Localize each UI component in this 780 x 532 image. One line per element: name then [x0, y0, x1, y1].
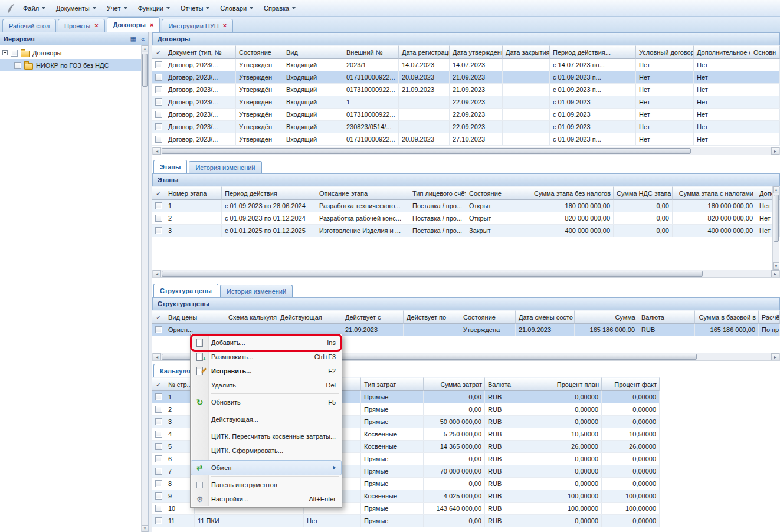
column-header[interactable]: Условный договор: [636, 45, 694, 59]
row-checkbox[interactable]: [155, 480, 162, 487]
column-header[interactable]: Расчёт: [759, 310, 780, 324]
tab-3[interactable]: Договоры×: [107, 17, 160, 32]
row-checkbox[interactable]: [155, 61, 162, 68]
row-checkbox[interactable]: [155, 86, 162, 93]
scroll-left-icon[interactable]: ◄: [153, 147, 161, 155]
column-header[interactable]: Валюта: [638, 310, 695, 324]
column-header[interactable]: Состояние: [460, 310, 516, 324]
row-checkbox[interactable]: [155, 431, 162, 438]
table-row[interactable]: Договор, 2023/...УтверждёнВходящий017310…: [152, 133, 780, 146]
column-header[interactable]: Дополнительное с: [694, 45, 750, 59]
row-checkbox[interactable]: [155, 111, 162, 118]
stages-tab-1[interactable]: Этапы: [153, 160, 187, 173]
row-checkbox[interactable]: [155, 215, 162, 222]
column-header[interactable]: Валюта: [485, 377, 540, 391]
column-header[interactable]: Вид: [283, 45, 343, 59]
table-row[interactable]: 2с 01.09.2023 по 01.12.2024Разработка ра…: [152, 212, 780, 225]
checkbox-column-header[interactable]: ✓: [152, 377, 165, 391]
tab-close-icon[interactable]: ×: [150, 22, 153, 28]
scroll-right-icon[interactable]: ►: [771, 147, 779, 155]
tab-1[interactable]: Рабочий стол: [2, 19, 56, 32]
column-header[interactable]: Основн: [750, 45, 780, 59]
column-header[interactable]: Дата утверждения: [450, 45, 503, 59]
context-menu-item-1[interactable]: Добавить...Ins: [191, 336, 341, 350]
row-checkbox[interactable]: [155, 123, 162, 130]
column-header[interactable]: Процент план: [540, 377, 602, 391]
table-row[interactable]: Договор, 2023/...УтверждёнВходящий017310…: [152, 109, 780, 121]
row-checkbox[interactable]: [155, 443, 162, 450]
menubar-item-2[interactable]: Документы: [51, 0, 101, 16]
scroll-down-icon[interactable]: ▼: [142, 525, 148, 532]
scroll-thumb[interactable]: [162, 271, 703, 277]
column-header[interactable]: Сумма в базовой в: [695, 310, 759, 324]
column-header[interactable]: Действует с: [342, 310, 404, 324]
column-header[interactable]: Период действия...: [550, 45, 636, 59]
contracts-hscrollbar[interactable]: ◄ ►: [152, 147, 780, 155]
tab-4[interactable]: Инструкции ПУП×: [162, 19, 233, 32]
stages-tab-2[interactable]: История изменений: [189, 161, 261, 173]
column-header[interactable]: Сумма НДС этапа: [614, 186, 673, 200]
row-checkbox[interactable]: [155, 98, 162, 106]
table-row[interactable]: Договор, 2023/...УтверждёнВходящий017310…: [152, 84, 780, 96]
menubar-item-3[interactable]: Учёт: [101, 0, 133, 16]
menubar-item-1[interactable]: Файл: [18, 0, 51, 16]
context-menu-item-13[interactable]: ⇄Обмен: [191, 461, 341, 475]
row-checkbox[interactable]: [155, 202, 162, 209]
table-row[interactable]: 1111 ПКИНетПрямые0,00RUB0,000000,00000: [152, 515, 660, 527]
context-menu-item-4[interactable]: УдалитьDel: [191, 378, 341, 392]
stages-vscrollbar[interactable]: ▲ ▼: [772, 186, 779, 270]
tab-close-icon[interactable]: ×: [94, 22, 98, 29]
price-tab-1[interactable]: Структура цены: [153, 284, 218, 297]
column-header[interactable]: Документ (тип, №: [165, 45, 236, 59]
price-tab-2[interactable]: История изменений: [220, 285, 293, 297]
row-checkbox[interactable]: [155, 136, 162, 143]
context-menu-item-6[interactable]: ↻ОбновитьF5: [191, 395, 341, 409]
row-checkbox[interactable]: [155, 455, 162, 462]
tab-close-icon[interactable]: ×: [223, 22, 227, 29]
stages-hscrollbar[interactable]: ◄ ►: [152, 270, 780, 278]
collapse-panel-icon[interactable]: «: [141, 35, 145, 42]
context-menu-item-15[interactable]: Панель инструментов: [191, 478, 341, 492]
scroll-right-icon[interactable]: ►: [771, 270, 779, 277]
table-row[interactable]: Договор, 2023/...УтверждёнВходящий017310…: [152, 71, 780, 84]
column-header[interactable]: Тип лицевого счёт: [409, 186, 466, 200]
menubar-item-4[interactable]: Функции: [133, 0, 175, 16]
scroll-thumb[interactable]: [142, 54, 148, 87]
tab-2[interactable]: Проекты×: [58, 19, 105, 32]
grid-view-icon[interactable]: ▦: [130, 35, 136, 42]
column-header[interactable]: Дата смены состо: [516, 310, 575, 324]
context-menu-item-16[interactable]: ⚙Настройки...Alt+Enter: [191, 492, 341, 506]
checkbox-column-header[interactable]: ✓: [152, 186, 165, 200]
menubar-item-7[interactable]: Справка: [258, 0, 301, 16]
column-header[interactable]: Схема калькуляци: [225, 310, 277, 324]
scroll-right-icon[interactable]: ►: [771, 353, 779, 360]
column-header[interactable]: Дата закрытия: [503, 45, 550, 59]
menubar-item-5[interactable]: Отчёты: [175, 0, 215, 16]
checkbox-column-header[interactable]: ✓: [152, 310, 165, 324]
column-header[interactable]: Сумма этапа без налогов: [525, 186, 614, 200]
table-row[interactable]: Договор, 2023/...УтверждёнВходящий230823…: [152, 121, 780, 133]
column-header[interactable]: Дата регистрации: [399, 45, 450, 59]
menubar-item-6[interactable]: Словари: [215, 0, 258, 16]
column-header[interactable]: Описание этапа: [316, 186, 409, 200]
tree-vscrollbar[interactable]: ▲ ▼: [141, 45, 148, 532]
scroll-down-icon[interactable]: ▼: [773, 262, 779, 270]
column-header[interactable]: Тип затрат: [361, 377, 424, 391]
row-checkbox[interactable]: [155, 517, 162, 524]
column-header[interactable]: Сумма затрат: [424, 377, 485, 391]
context-menu-item-3[interactable]: Исправить...F2: [191, 364, 341, 378]
table-row[interactable]: Договор, 2023/...УтверждёнВходящий122.09…: [152, 96, 780, 109]
row-checkbox[interactable]: [155, 406, 162, 413]
row-checkbox[interactable]: [155, 468, 162, 475]
table-row[interactable]: 3с 01.01.2025 по 01.12.2025Изготовление …: [152, 225, 780, 237]
tree-node-2[interactable]: НИОКР по ГОЗ без НДС: [0, 59, 141, 71]
tree-checkbox[interactable]: [11, 50, 18, 57]
scroll-up-icon[interactable]: ▲: [142, 45, 148, 52]
scroll-up-icon[interactable]: ▲: [773, 186, 779, 193]
context-menu-item-8[interactable]: Действующая...: [191, 412, 341, 426]
column-header[interactable]: Состояние: [466, 186, 525, 200]
column-header[interactable]: Действует по: [404, 310, 460, 324]
scroll-thumb[interactable]: [162, 148, 691, 154]
row-checkbox[interactable]: [155, 505, 162, 512]
row-checkbox[interactable]: [155, 393, 162, 400]
